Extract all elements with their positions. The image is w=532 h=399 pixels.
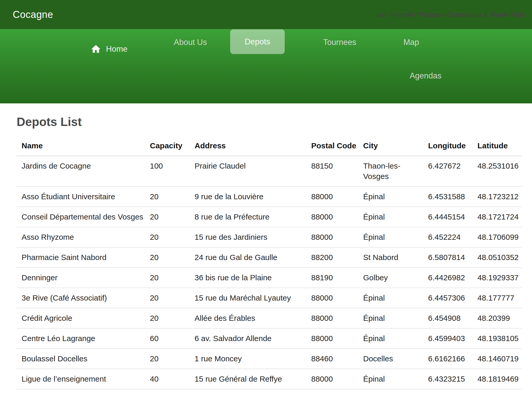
top-bar: Cocagne par Florentin Philippon-Champrou… bbox=[0, 0, 532, 29]
cell-latitude: 48.2531016 bbox=[473, 156, 522, 187]
table-row: Pharmacie Saint Nabord2024 rue du Gal de… bbox=[17, 247, 522, 268]
cell-name: Asso Rhyzome bbox=[17, 227, 145, 247]
column-header-longitude: Longitude bbox=[423, 133, 473, 156]
cell-postal-code: 88460 bbox=[306, 349, 358, 369]
cell-capacity: 20 bbox=[145, 247, 190, 268]
cell-longitude: 6.4599403 bbox=[423, 328, 473, 349]
cell-latitude: 48.1460719 bbox=[473, 349, 522, 369]
table-row: Ligue de l’enseignement4015 rue Général … bbox=[17, 369, 522, 389]
cell-address: 9 rue de la Louvière bbox=[190, 187, 306, 207]
cell-latitude: 48.1929337 bbox=[473, 268, 522, 288]
cell-latitude: 48.1723212 bbox=[473, 187, 522, 207]
column-header-postal-code: Postal Code bbox=[306, 133, 358, 156]
cell-capacity: 20 bbox=[145, 227, 190, 247]
nav-item-home-label: Home bbox=[106, 45, 128, 54]
column-header-capacity: Capacity bbox=[145, 133, 190, 156]
nav-item-about-us[interactable]: About Us bbox=[174, 38, 207, 47]
cell-address: 15 rue Général de Reffye bbox=[190, 369, 306, 389]
nav-item-tournees[interactable]: Tournees bbox=[323, 38, 356, 47]
cell-latitude: 48.1819469 bbox=[473, 369, 522, 389]
cell-postal-code: 88000 bbox=[306, 187, 358, 207]
cell-name: Pharmacie Saint Nabord bbox=[17, 247, 145, 268]
cell-longitude: 6.5807814 bbox=[423, 247, 473, 268]
cell-name: Asso Étudiant Universitaire bbox=[17, 187, 145, 207]
cell-address: Prairie Claudel bbox=[190, 156, 306, 187]
home-icon bbox=[90, 44, 101, 55]
cell-longitude: 6.4445154 bbox=[423, 207, 473, 227]
cell-city: Épinal bbox=[358, 288, 423, 308]
column-header-name: Name bbox=[17, 133, 145, 156]
table-row: Asso Rhyzome2015 rue des Jardiniers88000… bbox=[17, 227, 522, 247]
table-header-row: Name Capacity Address Postal Code City L… bbox=[17, 133, 522, 156]
cell-address: 1 rue Moncey bbox=[190, 349, 306, 369]
cell-postal-code: 88000 bbox=[306, 308, 358, 328]
cell-longitude: 6.4426982 bbox=[423, 268, 473, 288]
cell-address: 15 rue des Jardiniers bbox=[190, 227, 306, 247]
cell-longitude: 6.6162166 bbox=[423, 349, 473, 369]
cell-capacity: 20 bbox=[145, 187, 190, 207]
table-row: Centre Léo Lagrange606 av. Salvador Alle… bbox=[17, 328, 522, 349]
cell-address: 6 av. Salvador Allende bbox=[190, 328, 306, 349]
cell-capacity: 20 bbox=[145, 308, 190, 328]
cell-city: Épinal bbox=[358, 207, 423, 227]
cell-postal-code: 88000 bbox=[306, 227, 358, 247]
table-row: Boulassel Docelles201 rue Moncey88460Doc… bbox=[17, 349, 522, 369]
cell-postal-code: 88000 bbox=[306, 288, 358, 308]
table-row: Crédit Agricole20Allée des Érables88000É… bbox=[17, 308, 522, 328]
cell-name: Crédit Agricole bbox=[17, 308, 145, 328]
cell-capacity: 20 bbox=[145, 268, 190, 288]
nav-item-agendas[interactable]: Agendas bbox=[410, 71, 441, 80]
nav-item-depots[interactable]: Depots bbox=[230, 29, 285, 54]
cell-postal-code: 88000 bbox=[306, 369, 358, 389]
table-row: Jardins de Cocagne100Prairie Claudel8815… bbox=[17, 156, 522, 187]
cell-longitude: 6.454908 bbox=[423, 308, 473, 328]
cell-name: 3e Rive (Café Associatif) bbox=[17, 288, 145, 308]
cell-city: Épinal bbox=[358, 187, 423, 207]
page-title: Depots List bbox=[17, 115, 532, 129]
cell-longitude: 6.4531588 bbox=[423, 187, 473, 207]
table-row: 3e Rive (Café Associatif)2015 rue du Mar… bbox=[17, 288, 522, 308]
cell-postal-code: 88000 bbox=[306, 207, 358, 227]
cell-latitude: 48.1721724 bbox=[473, 207, 522, 227]
table-row: Denninger2036 bis rue de la Plaine88190G… bbox=[17, 268, 522, 288]
nav-item-home[interactable]: Home bbox=[90, 44, 128, 55]
cell-city: Épinal bbox=[358, 328, 423, 349]
cell-address: 24 rue du Gal de Gaulle bbox=[190, 247, 306, 268]
cell-city: St Nabord bbox=[358, 247, 423, 268]
cell-postal-code: 88000 bbox=[306, 328, 358, 349]
cell-capacity: 60 bbox=[145, 328, 190, 349]
cell-city: Épinal bbox=[358, 369, 423, 389]
cell-city: Épinal bbox=[358, 227, 423, 247]
cell-latitude: 48.177777 bbox=[473, 288, 522, 308]
cell-capacity: 20 bbox=[145, 288, 190, 308]
cell-name: Centre Léo Lagrange bbox=[17, 328, 145, 349]
cell-city: Thaon-les-Vosges bbox=[358, 156, 423, 187]
cell-name: Conseil Départemental des Vosges bbox=[17, 207, 145, 227]
cell-name: Boulassel Docelles bbox=[17, 349, 145, 369]
column-header-latitude: Latitude bbox=[473, 133, 522, 156]
byline: par Florentin Philippon-Champroux & Mart… bbox=[377, 11, 525, 19]
cell-address: Allée des Érables bbox=[190, 308, 306, 328]
cell-latitude: 48.20399 bbox=[473, 308, 522, 328]
cell-longitude: 6.4457306 bbox=[423, 288, 473, 308]
cell-city: Épinal bbox=[358, 308, 423, 328]
column-header-city: City bbox=[358, 133, 423, 156]
cell-city: Docelles bbox=[358, 349, 423, 369]
table-row: Asso Étudiant Universitaire209 rue de la… bbox=[17, 187, 522, 207]
cell-capacity: 100 bbox=[145, 156, 190, 187]
nav-item-map[interactable]: Map bbox=[403, 38, 419, 47]
cell-latitude: 48.0510352 bbox=[473, 247, 522, 268]
cell-capacity: 20 bbox=[145, 207, 190, 227]
cell-latitude: 48.1938105 bbox=[473, 328, 522, 349]
cell-city: Golbey bbox=[358, 268, 423, 288]
cell-longitude: 6.4323215 bbox=[423, 369, 473, 389]
main-content: Depots List Name Capacity Address Postal… bbox=[0, 115, 532, 389]
main-nav: Home About Us Depots Tournees Map Agenda… bbox=[0, 29, 532, 103]
brand-title: Cocagne bbox=[13, 9, 53, 20]
cell-postal-code: 88150 bbox=[306, 156, 358, 187]
cell-address: 15 rue du Maréchal Lyautey bbox=[190, 288, 306, 308]
depots-table: Name Capacity Address Postal Code City L… bbox=[17, 133, 522, 389]
cell-postal-code: 88190 bbox=[306, 268, 358, 288]
table-row: Conseil Départemental des Vosges208 rue … bbox=[17, 207, 522, 227]
cell-capacity: 40 bbox=[145, 369, 190, 389]
